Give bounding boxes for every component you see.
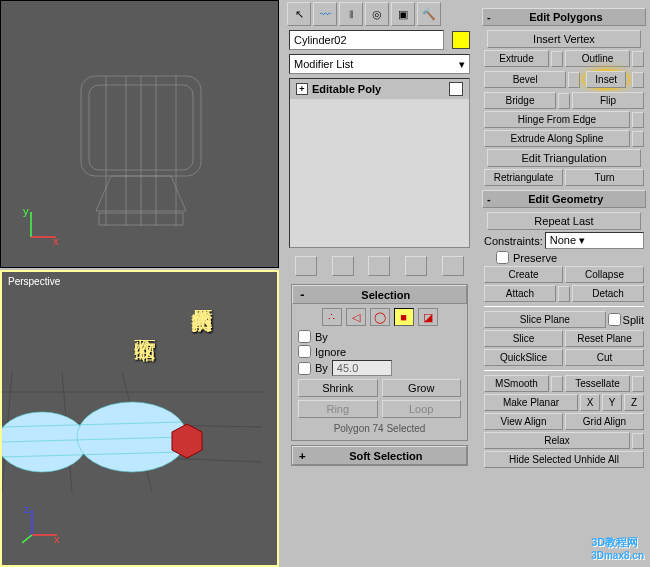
planar-x-button[interactable]: X (580, 394, 600, 411)
curve-tool-icon[interactable]: 〰 (313, 2, 337, 26)
view-align-button[interactable]: View Align (484, 413, 563, 430)
modifier-toggle-icon[interactable] (449, 82, 463, 96)
planar-y-button[interactable]: Y (602, 394, 622, 411)
by-vertex-checkbox[interactable] (298, 330, 311, 343)
grid-align-button[interactable]: Grid Align (565, 413, 644, 430)
split-checkbox[interactable] (608, 313, 621, 326)
turn-button[interactable]: Turn (565, 169, 644, 186)
polygon-mode-icon[interactable]: ■ (394, 308, 414, 326)
relax-settings[interactable] (632, 433, 644, 449)
grow-button[interactable]: Grow (382, 379, 462, 397)
motion-icon[interactable]: ◎ (365, 2, 389, 26)
outline-settings[interactable] (632, 51, 644, 67)
hide-selected-button[interactable]: Hide Selected Unhide All (484, 451, 644, 468)
create-button[interactable]: Create (484, 266, 563, 283)
hierarchy-icon[interactable]: ⦀ (339, 2, 363, 26)
remove-icon[interactable] (405, 256, 427, 276)
select-tool-icon[interactable]: ↖ (287, 2, 311, 26)
tessellate-button[interactable]: Tessellate (565, 375, 630, 392)
soft-selection-header[interactable]: + Soft Selection (292, 446, 467, 465)
svg-line-21 (2, 422, 182, 427)
svg-marker-24 (172, 424, 202, 458)
edit-polygons-header[interactable]: -Edit Polygons (482, 8, 646, 26)
bevel-button[interactable]: Bevel (484, 71, 566, 88)
bevel-settings[interactable] (568, 72, 580, 88)
viewport-perspective[interactable]: Perspective 收缩面 然后向内挤压 z x (0, 270, 279, 567)
cut-button[interactable]: Cut (565, 349, 644, 366)
modifier-stack-item[interactable]: + Editable Poly (290, 79, 469, 99)
collapse-button[interactable]: Collapse (565, 266, 644, 283)
svg-line-15 (2, 452, 262, 462)
retriangulate-button[interactable]: Retriangulate (484, 169, 563, 186)
shrink-button[interactable]: Shrink (298, 379, 378, 397)
tess-settings[interactable] (632, 376, 644, 392)
inset-highlight: Inset (582, 69, 630, 90)
bridge-settings[interactable] (558, 93, 570, 109)
ignore-checkbox[interactable] (298, 345, 311, 358)
axis-gizmo-top: y x (21, 207, 61, 247)
constraints-dropdown[interactable]: None ▾ (545, 232, 644, 249)
pin-icon[interactable] (295, 256, 317, 276)
vertex-mode-icon[interactable]: ∴ (322, 308, 342, 326)
flip-button[interactable]: Flip (572, 92, 644, 109)
modifier-list-label: Modifier List (294, 58, 353, 70)
border-mode-icon[interactable]: ◯ (370, 308, 390, 326)
edit-tri-button[interactable]: Edit Triangulation (487, 149, 641, 167)
extrude-settings[interactable] (551, 51, 563, 67)
expand-icon[interactable]: + (296, 83, 308, 95)
msmooth-button[interactable]: MSmooth (484, 375, 549, 392)
viewport-top[interactable]: y x (0, 0, 279, 268)
edit-geometry-header[interactable]: -Edit Geometry (482, 190, 646, 208)
angle-value[interactable]: 45.0 (332, 360, 392, 376)
preserve-checkbox[interactable] (496, 251, 509, 264)
detach-button[interactable]: Detach (572, 285, 644, 302)
main-toolbar: ↖ 〰 ⦀ ◎ ▣ 🔨 (285, 0, 474, 28)
insert-vertex-button[interactable]: Insert Vertex (487, 30, 641, 48)
inset-settings[interactable] (632, 72, 644, 88)
slice-button[interactable]: Slice (484, 330, 563, 347)
utilities-icon[interactable]: 🔨 (417, 2, 441, 26)
msmooth-settings[interactable] (551, 376, 563, 392)
inset-button[interactable]: Inset (586, 71, 626, 88)
modifier-list-dropdown[interactable]: Modifier List ▾ (289, 54, 470, 74)
attach-button[interactable]: Attach (484, 285, 556, 302)
modifier-stack[interactable]: + Editable Poly (289, 78, 470, 248)
planar-z-button[interactable]: Z (624, 394, 644, 411)
outline-button[interactable]: Outline (565, 50, 630, 67)
make-planar-button[interactable]: Make Planar (484, 394, 578, 411)
expand-icon: + (299, 449, 306, 462)
show-end-icon[interactable] (332, 256, 354, 276)
svg-line-16 (2, 372, 12, 492)
element-mode-icon[interactable]: ◪ (418, 308, 438, 326)
repeat-last-button[interactable]: Repeat Last (487, 212, 641, 230)
bridge-button[interactable]: Bridge (484, 92, 556, 109)
object-name-field[interactable]: Cylinder02 (289, 30, 444, 50)
svg-marker-2 (96, 176, 186, 211)
extrude-spline-settings[interactable] (632, 131, 644, 147)
by-angle-checkbox[interactable] (298, 362, 311, 375)
svg-text:x: x (54, 533, 60, 545)
config-icon[interactable] (442, 256, 464, 276)
relax-button[interactable]: Relax (484, 432, 630, 449)
attach-settings[interactable] (558, 286, 570, 302)
stack-toolbar (285, 252, 474, 280)
wireframe-persp (2, 332, 262, 512)
svg-text:y: y (23, 207, 29, 217)
viewport-label: Perspective (8, 276, 60, 287)
hinge-button[interactable]: Hinge From Edge (484, 111, 630, 128)
unique-icon[interactable] (368, 256, 390, 276)
extrude-spline-button[interactable]: Extrude Along Spline (484, 130, 630, 147)
edge-mode-icon[interactable]: ◁ (346, 308, 366, 326)
watermark: 3D教程网 3Dmax8.cn (591, 535, 644, 561)
ring-button[interactable]: Ring (298, 400, 378, 418)
svg-line-14 (2, 422, 262, 427)
loop-button[interactable]: Loop (382, 400, 462, 418)
hinge-settings[interactable] (632, 112, 644, 128)
display-icon[interactable]: ▣ (391, 2, 415, 26)
quickslice-button[interactable]: QuickSlice (484, 349, 563, 366)
selection-header[interactable]: - Selection (292, 285, 467, 304)
reset-plane-button[interactable]: Reset Plane (565, 330, 644, 347)
slice-plane-button[interactable]: Slice Plane (484, 311, 606, 328)
extrude-button[interactable]: Extrude (484, 50, 549, 67)
object-color-swatch[interactable] (452, 31, 470, 49)
